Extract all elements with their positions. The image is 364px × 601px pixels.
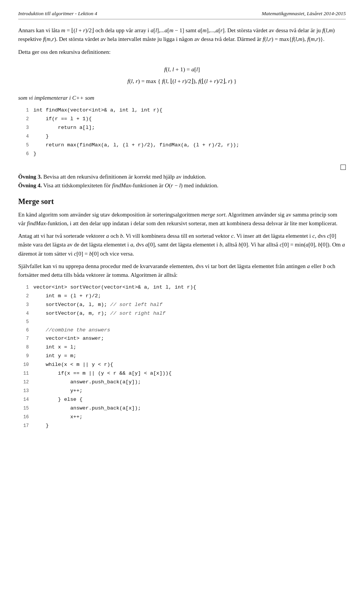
math-def-2: f(l, r) = max { f(l, ⌊(l + r)/2⌋), f(⌊(l… [18,75,346,87]
code-content-3: return a[l]; [33,124,95,132]
exercise-4-label: Övning 4. [18,182,42,188]
exercise-3-text: Bevisa att den rekursiva definitionen är… [42,174,206,180]
sort-line-17: 17 } [18,422,346,430]
sort-code-block: 1 vector<int> sortVector(vector<int>& a,… [18,283,346,430]
sort-num-13: 13 [18,387,29,395]
code-content-1: int findMax(vector<int>& a, int l, int r… [33,106,162,115]
code-content-5: return max(findMax(a, l, (l + r)/2), fin… [33,141,239,150]
sort-line-7: 7 vector<int> answer; [18,334,346,343]
sort-num-14: 14 [18,396,29,403]
code-line-6: 6 } [18,150,346,158]
sort-line-16: 16 x++; [18,413,346,422]
sort-content-16: x++; [33,413,83,422]
line-num-4: 4 [18,133,29,140]
exercise-3: Övning 3. Bevisa att den rekursiva defin… [18,174,346,180]
exercise-4-text: Visa att tidskomplexiteten för findMax-f… [42,182,219,188]
sort-num-16: 16 [18,413,29,421]
page: Introduktion till algoritmer - Lektion 4… [0,0,364,452]
sort-num-15: 15 [18,405,29,412]
sort-content-4: sortVector(a, m, r); // sort right half [33,309,165,318]
sort-line-1: 1 vector<int> sortVector(vector<int>& a,… [18,283,346,292]
sort-num-17: 17 [18,422,29,430]
sort-line-6: 6 //combine the answers [18,326,346,335]
proof-end [18,165,346,170]
sort-line-12: 12 answer.push_back(a[y]); [18,378,346,387]
sort-num-2: 2 [18,292,29,300]
sort-num-7: 7 [18,335,29,342]
sort-line-3: 3 sortVector(a, l, m); // sort left half [18,301,346,309]
sort-num-4: 4 [18,310,29,317]
line-num-1: 1 [18,107,29,114]
sort-content-7: vector<int> answer; [33,334,104,343]
sort-num-10: 10 [18,361,29,369]
math-definitions: f(l, l + 1) = a[l] f(l, r) = max { f(l, … [18,63,346,87]
sort-content-12: answer.push_back(a[y]); [33,378,141,387]
sort-content-3: sortVector(a, l, m); // sort left half [33,301,162,309]
math-def-1: f(l, l + 1) = a[l] [18,63,346,75]
sort-line-8: 8 int x = l; [18,343,346,352]
line-num-2: 2 [18,115,29,123]
qed-box [340,165,346,170]
code-line-3: 3 return a[l]; [18,124,346,132]
code-line-4: 4 } [18,132,346,141]
intro-para-2: Detta ger oss den rekursiva definitionen… [18,48,346,56]
sort-content-15: answer.push_back(a[x]); [33,404,141,413]
sort-content-1: vector<int> sortVector(vector<int>& a, i… [33,283,196,292]
sort-content-2: int m = (l + r)/2; [33,292,101,301]
sort-num-5: 5 [18,318,29,326]
sort-line-15: 15 answer.push_back(a[x]); [18,404,346,413]
exercise-3-label: Övning 3. [18,174,42,180]
merge-para-2: Antag att vi har två sorterade vektorer … [18,232,346,258]
sort-num-11: 11 [18,370,29,377]
code-content-4: } [33,132,49,141]
sort-content-9: int y = m; [33,352,76,361]
code-content-2: if(r == l + 1){ [33,115,92,124]
sort-num-8: 8 [18,344,29,351]
merge-para-3: Självfallet kan vi nu upprepa denna proc… [18,262,346,280]
header-right: Matematikgymnasiet, Läsåret 2014-2015 [262,11,346,17]
header-left: Introduktion till algoritmer - Lektion 4 [18,11,97,17]
sort-line-5: 5 [18,318,346,326]
sort-line-14: 14 } else { [18,395,346,404]
sort-num-3: 3 [18,301,29,309]
code-line-5: 5 return max(findMax(a, l, (l + r)/2), f… [18,141,346,150]
sort-line-4: 4 sortVector(a, m, r); // sort right hal… [18,309,346,318]
sort-content-6: //combine the answers [33,326,110,335]
code-line-2: 2 if(r == l + 1){ [18,115,346,124]
sort-content-11: if(x == m || (y < r && a[y] < a[x])){ [33,369,172,378]
sort-content-14: } else { [33,395,83,404]
line-num-6: 6 [18,150,29,158]
sort-num-12: 12 [18,378,29,386]
sort-num-1: 1 [18,284,29,291]
intro-para-1: Annars kan vi låta m = ⌊(l + r)/2⌋ och d… [18,26,346,44]
sort-content-17: } [33,422,49,430]
sort-line-13: 13 y++; [18,387,346,395]
page-header: Introduktion till algoritmer - Lektion 4… [18,11,346,19]
merge-sort-heading: Merge sort [18,197,346,206]
sort-line-11: 11 if(x == m || (y < r && a[y] < a[x])){ [18,369,346,378]
sort-line-9: 9 int y = m; [18,352,346,361]
sort-content-10: while(x < m || y < r){ [33,361,113,369]
code-line-1: 1 int findMax(vector<int>& a, int l, int… [18,106,346,115]
findmax-code-block: 1 int findMax(vector<int>& a, int l, int… [18,106,346,158]
merge-para-1: En känd algoritm som använder sig utav d… [18,210,346,228]
sort-num-9: 9 [18,352,29,360]
sort-content-13: y++; [33,387,83,395]
line-num-3: 3 [18,124,29,132]
sort-num-6: 6 [18,326,29,334]
code-content-6: } [33,150,36,158]
impl-label: som vi implementerar i C++ som [18,94,346,102]
sort-line-2: 2 int m = (l + r)/2; [18,292,346,301]
sort-content-8: int x = l; [33,343,76,352]
line-num-5: 5 [18,141,29,149]
sort-line-10: 10 while(x < m || y < r){ [18,361,346,369]
exercise-4: Övning 4. Visa att tidskomplexiteten för… [18,182,346,189]
